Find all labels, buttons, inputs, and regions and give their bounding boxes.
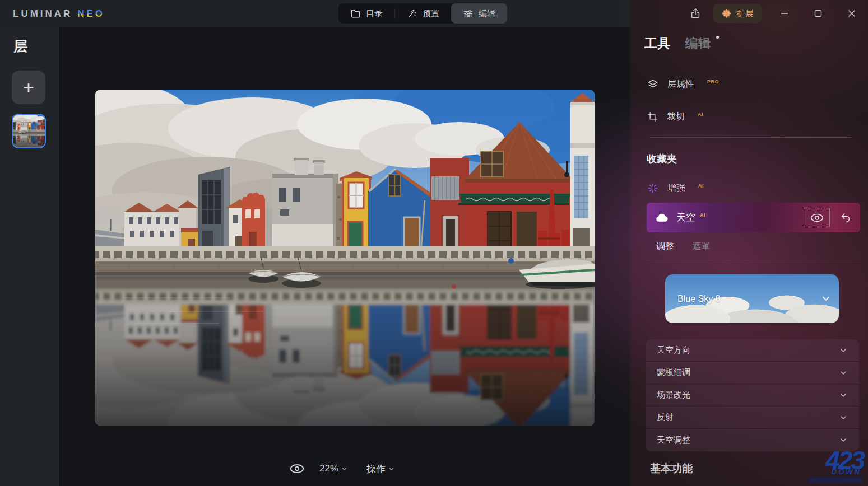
tab-catalog[interactable]: 目录: [338, 3, 394, 24]
compare-eye-button[interactable]: [289, 462, 305, 475]
logo-brand: LUMINAR: [13, 8, 72, 19]
tab-catalog-label: 目录: [366, 8, 383, 19]
luminar-neo-window: LUMINAR NEO 目录 预置 编辑: [0, 0, 868, 486]
sky-sections-list: 天空方向 蒙板细调 场景改光 反射 天空调整: [646, 339, 859, 451]
layer-thumbnail[interactable]: [12, 114, 46, 148]
add-layer-button[interactable]: +: [12, 71, 45, 104]
section-label: 蒙板细调: [657, 367, 690, 378]
tab-edit-label: 编辑: [479, 8, 495, 19]
main-tabstrip: 目录 预置 编辑: [338, 3, 507, 24]
canal-photo: [95, 90, 595, 426]
tool-sky-selected[interactable]: 天空 AI: [647, 203, 860, 232]
chevron-down-icon: [839, 436, 848, 445]
folder-icon: [350, 8, 361, 19]
tools-tab[interactable]: 工具: [644, 36, 670, 50]
edits-tab[interactable]: 编辑: [685, 36, 711, 50]
layers-panel-title: 层: [13, 37, 27, 55]
section-label: 天空方向: [657, 345, 690, 356]
tab-edit[interactable]: 编辑: [451, 3, 507, 24]
layers-icon: [647, 78, 659, 90]
section-label: 反射: [657, 412, 674, 423]
subtab-adjust[interactable]: 调整: [656, 241, 674, 251]
sky-preset-value: Blue Sky 8: [677, 294, 720, 304]
crop-icon: [647, 111, 658, 123]
sky-preset-dropdown[interactable]: Blue Sky 8: [665, 274, 839, 323]
section-scene-relight[interactable]: 场景改光: [646, 384, 859, 406]
pro-badge: PRO: [707, 79, 719, 85]
edits-notification-dot: [716, 36, 719, 39]
actions-menu[interactable]: 操作: [366, 462, 386, 475]
tab-presets[interactable]: 预置: [395, 3, 451, 24]
ai-badge: AI: [700, 212, 705, 218]
section-label: 场景改光: [657, 390, 690, 400]
tool-label: 增强: [667, 183, 685, 194]
sky-visibility-button[interactable]: [804, 208, 830, 227]
watermark: 423 DOWN: [791, 447, 864, 485]
photo-canvas[interactable]: [95, 90, 595, 426]
tool-layer-properties[interactable]: 层属性 PRO: [647, 72, 857, 96]
tool-label: 层属性: [667, 78, 694, 90]
wand-icon: [407, 8, 417, 19]
app-logo: LUMINAR NEO: [13, 8, 105, 20]
logo-accent: NEO: [77, 8, 105, 19]
chevron-down-icon: [839, 391, 848, 400]
tool-crop[interactable]: 裁切 AI: [647, 104, 857, 129]
eye-icon: [810, 212, 824, 223]
section-mask-refinement[interactable]: 蒙板细调: [646, 362, 859, 384]
section-sky-orientation[interactable]: 天空方向: [646, 339, 859, 362]
ai-badge: AI: [698, 111, 703, 117]
tools-panel-header: 工具 编辑: [644, 35, 719, 52]
undo-icon: [839, 212, 852, 224]
chevron-down-icon: [839, 346, 848, 355]
tools-panel: 工具 编辑 层属性 PRO 裁切 AI 收藏夹 增强 AI: [632, 0, 868, 486]
basic-functions-header: 基本功能: [650, 461, 693, 476]
tool-enhance[interactable]: 增强 AI: [647, 176, 857, 200]
favorites-header: 收藏夹: [647, 152, 677, 166]
section-label: 天空调整: [657, 435, 690, 446]
tab-presets-label: 预置: [423, 8, 439, 19]
canvas-toolbar: 22% 操作: [289, 460, 394, 477]
ai-badge: AI: [698, 183, 704, 189]
sky-subtabs: 调整 遮罩: [656, 241, 710, 253]
section-reflection[interactable]: 反射: [646, 406, 859, 429]
cloud-icon: [655, 212, 669, 223]
sky-reset-button[interactable]: [838, 210, 853, 226]
actions-chevron-down-icon[interactable]: [388, 466, 394, 472]
subtab-separator: [647, 260, 860, 260]
tool-label: 裁切: [667, 111, 685, 123]
zoom-chevron-down-icon[interactable]: [341, 466, 347, 472]
subtab-mask[interactable]: 遮罩: [692, 241, 710, 251]
sparkle-icon: [647, 182, 659, 194]
dropdown-chevron-down-icon: [821, 293, 831, 303]
sliders-icon: [463, 8, 474, 19]
tool-label: 天空: [676, 211, 695, 224]
zoom-level[interactable]: 22%: [319, 463, 338, 474]
panel-divider: [650, 137, 851, 138]
chevron-down-icon: [839, 413, 848, 422]
layer-thumbnail-image: [13, 115, 45, 147]
chevron-down-icon: [839, 368, 848, 377]
watermark-blur-line: [809, 478, 862, 483]
